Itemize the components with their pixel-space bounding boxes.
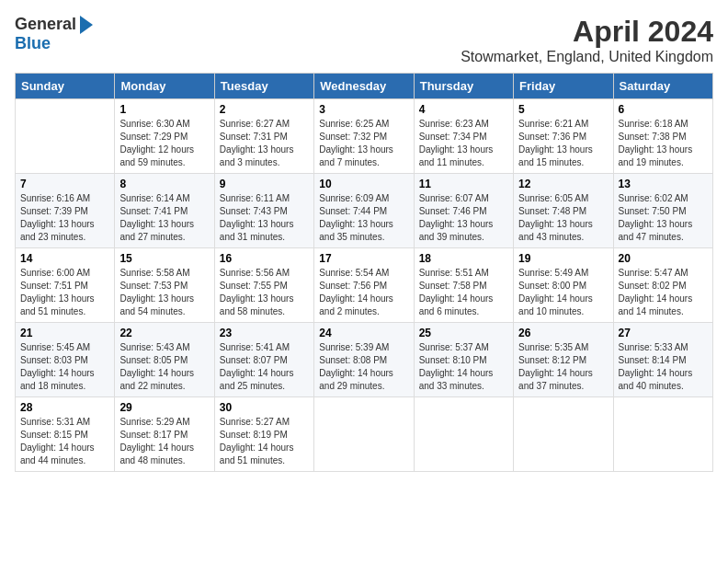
day-info: Sunrise: 6:30 AM Sunset: 7:29 PM Dayligh… [119, 118, 209, 169]
day-number: 2 [220, 103, 309, 116]
day-info: Sunrise: 6:27 AM Sunset: 7:31 PM Dayligh… [220, 118, 309, 169]
day-info: Sunrise: 6:21 AM Sunset: 7:36 PM Dayligh… [518, 118, 608, 169]
calendar-table: SundayMondayTuesdayWednesdayThursdayFrid… [15, 73, 713, 472]
day-info: Sunrise: 6:00 AM Sunset: 7:51 PM Dayligh… [20, 267, 109, 318]
day-info: Sunrise: 5:31 AM Sunset: 8:15 PM Dayligh… [20, 416, 109, 467]
day-number: 17 [319, 252, 408, 265]
day-info: Sunrise: 5:45 AM Sunset: 8:03 PM Dayligh… [20, 341, 109, 393]
title-block: April 2024 Stowmarket, England, United K… [461, 15, 713, 65]
day-number: 18 [419, 252, 508, 265]
calendar-week-row: 7Sunrise: 6:16 AM Sunset: 7:39 PM Daylig… [16, 174, 713, 248]
calendar-cell: 3Sunrise: 6:25 AM Sunset: 7:32 PM Daylig… [314, 99, 414, 174]
day-info: Sunrise: 6:02 AM Sunset: 7:50 PM Dayligh… [619, 192, 708, 244]
day-number: 26 [518, 327, 608, 339]
day-number: 15 [119, 252, 209, 265]
day-header-wednesday: Wednesday [314, 74, 414, 99]
calendar-cell [613, 397, 712, 472]
day-info: Sunrise: 5:27 AM Sunset: 8:19 PM Dayligh… [220, 416, 309, 467]
day-info: Sunrise: 6:23 AM Sunset: 7:34 PM Dayligh… [419, 118, 508, 169]
calendar-cell: 6Sunrise: 6:18 AM Sunset: 7:38 PM Daylig… [613, 99, 712, 174]
day-number: 5 [518, 103, 608, 116]
calendar-cell: 10Sunrise: 6:09 AM Sunset: 7:44 PM Dayli… [314, 174, 414, 248]
calendar-cell: 18Sunrise: 5:51 AM Sunset: 7:58 PM Dayli… [414, 248, 513, 323]
day-header-friday: Friday [514, 74, 613, 99]
calendar-cell: 30Sunrise: 5:27 AM Sunset: 8:19 PM Dayli… [214, 397, 313, 472]
day-info: Sunrise: 6:09 AM Sunset: 7:44 PM Dayligh… [319, 192, 408, 244]
calendar-cell: 2Sunrise: 6:27 AM Sunset: 7:31 PM Daylig… [214, 99, 313, 174]
day-info: Sunrise: 6:18 AM Sunset: 7:38 PM Dayligh… [619, 118, 708, 169]
day-number: 6 [619, 103, 708, 116]
day-number: 4 [419, 103, 508, 116]
day-number: 20 [619, 252, 708, 265]
calendar-cell: 27Sunrise: 5:33 AM Sunset: 8:14 PM Dayli… [613, 323, 712, 397]
calendar-cell: 22Sunrise: 5:43 AM Sunset: 8:05 PM Dayli… [115, 323, 214, 397]
calendar-cell: 19Sunrise: 5:49 AM Sunset: 8:00 PM Dayli… [514, 248, 613, 323]
calendar-header-row: SundayMondayTuesdayWednesdayThursdayFrid… [16, 74, 713, 99]
calendar-cell: 12Sunrise: 6:05 AM Sunset: 7:48 PM Dayli… [514, 174, 613, 248]
calendar-cell [314, 397, 414, 472]
calendar-cell [514, 397, 613, 472]
day-number: 29 [119, 401, 209, 414]
day-number: 19 [518, 252, 608, 265]
day-info: Sunrise: 5:56 AM Sunset: 7:55 PM Dayligh… [220, 267, 309, 318]
day-number: 9 [220, 178, 309, 190]
calendar-cell: 11Sunrise: 6:07 AM Sunset: 7:46 PM Dayli… [414, 174, 513, 248]
day-info: Sunrise: 5:29 AM Sunset: 8:17 PM Dayligh… [119, 416, 209, 467]
day-info: Sunrise: 5:54 AM Sunset: 7:56 PM Dayligh… [319, 267, 408, 318]
calendar-cell: 23Sunrise: 5:41 AM Sunset: 8:07 PM Dayli… [214, 323, 313, 397]
logo-arrow-icon [80, 16, 93, 34]
day-header-monday: Monday [115, 74, 214, 99]
calendar-cell: 28Sunrise: 5:31 AM Sunset: 8:15 PM Dayli… [16, 397, 115, 472]
day-number: 14 [20, 252, 109, 265]
day-info: Sunrise: 5:51 AM Sunset: 7:58 PM Dayligh… [419, 267, 508, 318]
day-header-sunday: Sunday [16, 74, 115, 99]
day-number: 11 [419, 178, 508, 190]
day-number: 1 [119, 103, 209, 116]
calendar-week-row: 28Sunrise: 5:31 AM Sunset: 8:15 PM Dayli… [16, 397, 713, 472]
calendar-week-row: 21Sunrise: 5:45 AM Sunset: 8:03 PM Dayli… [16, 323, 713, 397]
calendar-cell: 29Sunrise: 5:29 AM Sunset: 8:17 PM Dayli… [115, 397, 214, 472]
day-info: Sunrise: 6:25 AM Sunset: 7:32 PM Dayligh… [319, 118, 408, 169]
day-header-tuesday: Tuesday [214, 74, 313, 99]
calendar-week-row: 14Sunrise: 6:00 AM Sunset: 7:51 PM Dayli… [16, 248, 713, 323]
day-info: Sunrise: 6:05 AM Sunset: 7:48 PM Dayligh… [518, 192, 608, 244]
day-number: 12 [518, 178, 608, 190]
day-number: 21 [20, 327, 109, 339]
day-number: 8 [119, 178, 209, 190]
day-info: Sunrise: 5:43 AM Sunset: 8:05 PM Dayligh… [119, 341, 209, 393]
logo-blue-text: Blue [15, 34, 51, 53]
calendar-cell: 8Sunrise: 6:14 AM Sunset: 7:41 PM Daylig… [115, 174, 214, 248]
day-number: 28 [20, 401, 109, 414]
day-info: Sunrise: 6:11 AM Sunset: 7:43 PM Dayligh… [220, 192, 309, 244]
day-number: 16 [220, 252, 309, 265]
day-info: Sunrise: 6:16 AM Sunset: 7:39 PM Dayligh… [20, 192, 109, 244]
calendar-cell [16, 99, 115, 174]
day-info: Sunrise: 5:47 AM Sunset: 8:02 PM Dayligh… [619, 267, 708, 318]
calendar-cell: 26Sunrise: 5:35 AM Sunset: 8:12 PM Dayli… [514, 323, 613, 397]
day-info: Sunrise: 6:07 AM Sunset: 7:46 PM Dayligh… [419, 192, 508, 244]
calendar-cell: 14Sunrise: 6:00 AM Sunset: 7:51 PM Dayli… [16, 248, 115, 323]
logo: General Blue [15, 15, 93, 53]
day-info: Sunrise: 5:35 AM Sunset: 8:12 PM Dayligh… [518, 341, 608, 393]
calendar-cell: 24Sunrise: 5:39 AM Sunset: 8:08 PM Dayli… [314, 323, 414, 397]
calendar-cell: 13Sunrise: 6:02 AM Sunset: 7:50 PM Dayli… [613, 174, 712, 248]
day-info: Sunrise: 5:37 AM Sunset: 8:10 PM Dayligh… [419, 341, 508, 393]
day-number: 24 [319, 327, 408, 339]
logo-general-text: General [15, 15, 76, 34]
day-info: Sunrise: 5:39 AM Sunset: 8:08 PM Dayligh… [319, 341, 408, 393]
day-number: 10 [319, 178, 408, 190]
day-number: 25 [419, 327, 508, 339]
calendar-cell: 4Sunrise: 6:23 AM Sunset: 7:34 PM Daylig… [414, 99, 513, 174]
day-info: Sunrise: 5:41 AM Sunset: 8:07 PM Dayligh… [220, 341, 309, 393]
month-title: April 2024 [461, 15, 713, 49]
calendar-cell: 21Sunrise: 5:45 AM Sunset: 8:03 PM Dayli… [16, 323, 115, 397]
day-number: 30 [220, 401, 309, 414]
day-info: Sunrise: 5:58 AM Sunset: 7:53 PM Dayligh… [119, 267, 209, 318]
calendar-cell: 5Sunrise: 6:21 AM Sunset: 7:36 PM Daylig… [514, 99, 613, 174]
calendar-cell: 7Sunrise: 6:16 AM Sunset: 7:39 PM Daylig… [16, 174, 115, 248]
day-number: 3 [319, 103, 408, 116]
location-title: Stowmarket, England, United Kingdom [461, 49, 713, 65]
calendar-cell: 1Sunrise: 6:30 AM Sunset: 7:29 PM Daylig… [115, 99, 214, 174]
page-header: General Blue April 2024 Stowmarket, Engl… [15, 15, 713, 65]
day-number: 23 [220, 327, 309, 339]
